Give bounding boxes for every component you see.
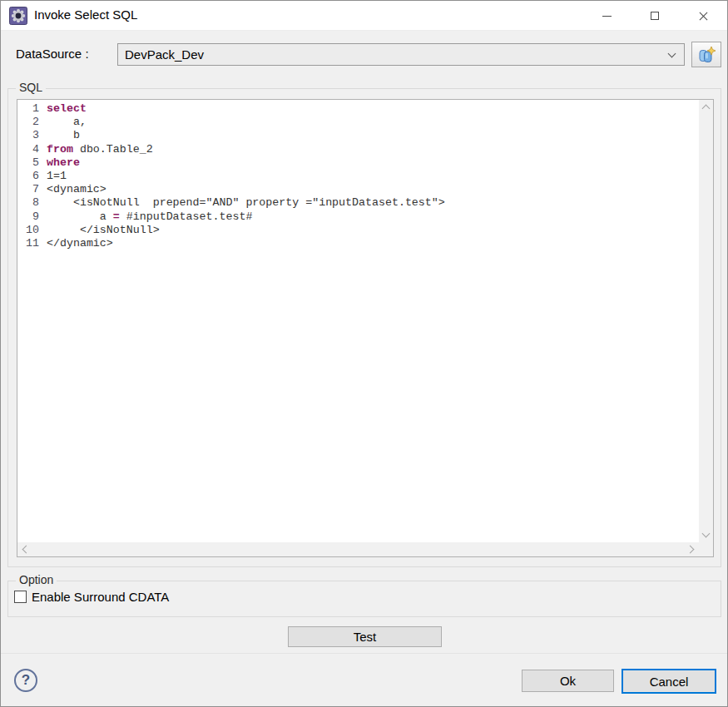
- gear-app-icon: [9, 7, 27, 25]
- code-text: </dynamic>: [39, 237, 113, 250]
- close-icon: [698, 11, 709, 22]
- scroll-down-icon[interactable]: [703, 531, 709, 536]
- code-text: <isNotNull prepend="AND" property ="inpu…: [39, 196, 445, 210]
- test-button[interactable]: Test: [288, 626, 442, 647]
- caption-buttons: [582, 1, 727, 31]
- sql-group-label: SQL: [16, 81, 46, 94]
- datasource-value: DevPack_Dev: [125, 47, 204, 62]
- checkbox-label: Enable Surround CDATA: [32, 590, 169, 604]
- datasource-label: DataSource :: [16, 47, 89, 61]
- code-line: 3 b: [17, 129, 699, 142]
- checkbox-icon: [14, 591, 27, 603]
- code-text: 1=1: [39, 170, 67, 183]
- line-number: 9: [17, 210, 39, 224]
- cancel-button[interactable]: Cancel: [622, 669, 716, 694]
- code-text: b: [39, 129, 80, 142]
- code-text: select: [39, 102, 87, 116]
- question-mark-icon: ?: [22, 672, 30, 689]
- minimize-button[interactable]: [582, 1, 631, 31]
- option-group-label: Option: [16, 573, 57, 586]
- invoke-select-sql-dialog: Invoke Select SQL DataSource : DevPack_D…: [0, 0, 728, 707]
- maximize-button[interactable]: [631, 1, 679, 31]
- line-number: 3: [17, 129, 39, 142]
- code-text: a = #inputDataset.test#: [39, 210, 252, 224]
- sql-code-editor[interactable]: 1select2 a,3 b4from dbo.Table_25where61=…: [17, 99, 714, 557]
- vertical-scrollbar[interactable]: [699, 100, 713, 542]
- code-text: </isNotNull>: [39, 224, 160, 237]
- footer-separator: [1, 653, 727, 654]
- code-line: 61=1: [17, 170, 699, 183]
- window-title: Invoke Select SQL: [34, 7, 137, 22]
- scroll-up-icon[interactable]: [703, 106, 709, 111]
- line-number: 8: [17, 196, 39, 210]
- code-line: 1select: [17, 102, 699, 116]
- close-button[interactable]: [679, 1, 727, 31]
- chevron-down-icon: [669, 51, 675, 57]
- scrollbar-corner: [699, 542, 713, 556]
- code-text: <dynamic>: [39, 183, 106, 196]
- line-number: 10: [17, 224, 39, 237]
- code-line: 10 </isNotNull>: [17, 224, 699, 237]
- horizontal-scrollbar[interactable]: [17, 542, 699, 556]
- database-add-icon: [697, 47, 716, 63]
- code-text: a,: [39, 116, 87, 129]
- scroll-right-icon[interactable]: [687, 546, 693, 552]
- code-line: 5where: [17, 156, 699, 170]
- minimize-icon: [602, 16, 612, 17]
- line-number: 7: [17, 183, 39, 196]
- titlebar: Invoke Select SQL: [1, 1, 727, 31]
- code-text: where: [39, 156, 80, 170]
- code-line: 9 a = #inputDataset.test#: [17, 210, 699, 224]
- line-number: 5: [17, 156, 39, 170]
- enable-surround-cdata-checkbox[interactable]: Enable Surround CDATA: [14, 590, 169, 604]
- option-group: Option Enable Surround CDATA: [7, 581, 721, 617]
- code-line: 2 a,: [17, 116, 699, 129]
- maximize-icon: [651, 12, 659, 20]
- code-line: 11</dynamic>: [17, 237, 699, 250]
- code-line: 4from dbo.Table_2: [17, 143, 699, 156]
- add-datasource-button[interactable]: [691, 42, 721, 67]
- line-number: 1: [17, 102, 39, 116]
- datasource-combobox[interactable]: DevPack_Dev: [117, 43, 685, 66]
- sql-group: SQL 1select2 a,3 b4from dbo.Table_25wher…: [7, 88, 721, 567]
- line-number: 11: [17, 237, 39, 250]
- code-line: 7<dynamic>: [17, 183, 699, 196]
- scroll-left-icon[interactable]: [23, 546, 29, 552]
- line-number: 4: [17, 143, 39, 156]
- code-lines: 1select2 a,3 b4from dbo.Table_25where61=…: [17, 102, 699, 542]
- code-line: 8 <isNotNull prepend="AND" property ="in…: [17, 196, 699, 210]
- line-number: 2: [17, 116, 39, 129]
- line-number: 6: [17, 170, 39, 183]
- help-button[interactable]: ?: [14, 669, 37, 692]
- ok-button[interactable]: Ok: [522, 670, 614, 692]
- code-text: from dbo.Table_2: [39, 143, 153, 156]
